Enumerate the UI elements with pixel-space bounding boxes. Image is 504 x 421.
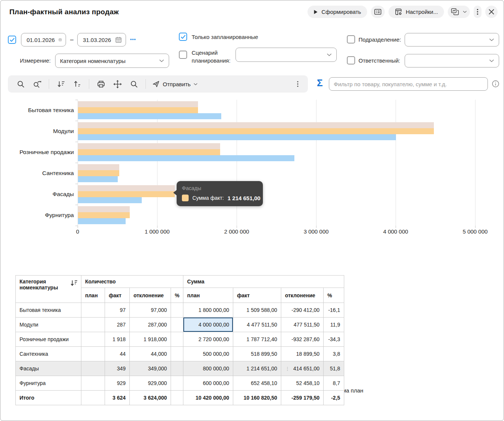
column-group-sum[interactable]: Сумма xyxy=(183,276,344,288)
subheader-sum-plan[interactable]: план xyxy=(183,288,233,303)
send-button[interactable]: Отправить xyxy=(149,77,201,91)
value-cell[interactable]: 51,8 xyxy=(324,361,344,376)
table-row[interactable]: Сантехника4444,000500 000,00518 899,5018… xyxy=(16,347,344,361)
category-cell[interactable]: Итого xyxy=(16,391,81,405)
table-row[interactable]: Итого3 6243 624,00010 420 000,0010 160 8… xyxy=(16,391,344,405)
value-cell[interactable]: 800 000,00 xyxy=(183,361,233,376)
chart-bar-fact[interactable] xyxy=(78,128,434,134)
value-cell[interactable]: -34,3 xyxy=(324,332,344,347)
only-planned-checkbox[interactable] xyxy=(179,33,187,41)
chart-bar-fact[interactable] xyxy=(78,149,220,155)
department-select[interactable] xyxy=(405,33,499,46)
category-cell[interactable]: Фурнитура xyxy=(16,376,81,391)
value-cell[interactable] xyxy=(81,318,105,332)
chart-bar-forecast[interactable] xyxy=(78,185,175,191)
value-cell[interactable]: 1 509 588,00 xyxy=(233,303,281,318)
report-variants-button[interactable] xyxy=(371,6,385,18)
value-cell[interactable]: 287 xyxy=(105,318,130,332)
subheader-qty-plan[interactable]: план xyxy=(81,288,105,303)
category-cell[interactable]: Сантехника xyxy=(16,347,81,361)
value-cell[interactable] xyxy=(171,391,183,405)
table-row[interactable]: Фасады349349,000800 000,001 214 651,00⋮4… xyxy=(16,361,344,376)
value-cell[interactable]: 3 624 xyxy=(105,391,130,405)
value-cell[interactable]: 1 918,000 xyxy=(130,332,171,347)
responsible-select[interactable] xyxy=(405,54,499,67)
selected-cell[interactable]: 4 000 000,00 xyxy=(183,318,233,332)
category-cell[interactable]: Фасады xyxy=(16,361,81,376)
chart-bar-forecast[interactable] xyxy=(78,101,198,107)
value-cell[interactable]: -16,1 xyxy=(324,303,344,318)
value-cell[interactable]: 3 624,000 xyxy=(130,391,171,405)
chart-bar-forecast[interactable] xyxy=(78,164,119,170)
table-row[interactable]: Розничные продажи1 9181 918,0002 720 000… xyxy=(16,332,344,347)
subheader-qty-fact[interactable]: факт xyxy=(105,288,130,303)
chart-bar-plan[interactable] xyxy=(78,176,118,182)
related-reports-button[interactable] xyxy=(448,6,470,18)
calendar-icon[interactable] xyxy=(58,36,62,43)
table-row[interactable]: Бытовая техника9797,0001 800 000,001 509… xyxy=(16,303,344,318)
sort-desc-button[interactable] xyxy=(52,77,69,91)
chart-bar-fact[interactable] xyxy=(78,212,130,218)
value-cell[interactable]: 500 000,00 xyxy=(183,347,233,361)
value-cell[interactable]: 2 720 000,00 xyxy=(183,332,233,347)
category-cell[interactable]: Бытовая техника xyxy=(16,303,81,318)
period-presets-button[interactable]: ••• xyxy=(129,36,137,43)
value-cell[interactable] xyxy=(81,376,105,391)
value-cell[interactable]: 1 787 712,40 xyxy=(233,332,281,347)
value-cell[interactable]: 929 xyxy=(105,376,130,391)
close-button[interactable] xyxy=(485,6,498,18)
value-cell[interactable]: 11,9 xyxy=(324,318,344,332)
period-to-field[interactable]: 31.03.2026 xyxy=(77,33,126,46)
value-cell[interactable]: 1 918 xyxy=(105,332,130,347)
value-cell[interactable]: 52 458,10 xyxy=(281,376,324,391)
toolbar-more-button[interactable] xyxy=(292,77,303,91)
chart-bar-forecast[interactable] xyxy=(78,206,130,212)
value-cell[interactable]: 97 xyxy=(105,303,130,318)
period-checkbox[interactable] xyxy=(8,36,16,44)
value-cell[interactable]: 600 000,00 xyxy=(183,376,233,391)
chart-bar-forecast[interactable] xyxy=(78,143,220,149)
subheader-sum-deviation[interactable]: отклонение xyxy=(281,288,324,303)
value-cell[interactable]: 97,000 xyxy=(130,303,171,318)
sort-descending-icon[interactable] xyxy=(70,279,78,286)
chart-bar-fact[interactable] xyxy=(78,191,175,197)
value-cell[interactable]: 1 214 651,00 xyxy=(233,361,281,376)
chart-bar-plan[interactable] xyxy=(78,197,142,203)
find-next-button[interactable] xyxy=(29,77,45,91)
value-cell[interactable]: 477 511,50 xyxy=(281,318,324,332)
value-cell[interactable] xyxy=(171,332,183,347)
move-button[interactable] xyxy=(109,77,126,91)
period-from-field[interactable]: 01.01.2026 xyxy=(21,33,66,46)
value-cell[interactable]: -2,5 xyxy=(324,391,344,405)
value-cell[interactable]: 3,8 xyxy=(324,347,344,361)
value-cell[interactable] xyxy=(81,361,105,376)
zoom-button[interactable] xyxy=(126,77,142,91)
category-cell[interactable]: Розничные продажи xyxy=(16,332,81,347)
chart-bar-fact[interactable] xyxy=(78,170,119,176)
chart-bar-plan[interactable] xyxy=(78,218,126,224)
responsible-checkbox[interactable] xyxy=(347,56,355,64)
value-cell[interactable]: 18 899,50 xyxy=(281,347,324,361)
value-cell[interactable]: 929,000 xyxy=(130,376,171,391)
table-row[interactable]: Модули287287,0004 000 000,004 477 511,50… xyxy=(16,318,344,332)
value-cell[interactable] xyxy=(171,347,183,361)
more-button[interactable] xyxy=(474,6,482,18)
dimension-select[interactable]: Категория номенклатуры xyxy=(55,54,169,68)
scenario-select[interactable] xyxy=(236,48,337,62)
value-cell[interactable]: 349,000 xyxy=(130,361,171,376)
chart-bar-plan[interactable] xyxy=(78,155,294,161)
subheader-sum-fact[interactable]: факт xyxy=(233,288,281,303)
chart-bar-forecast[interactable] xyxy=(78,122,434,128)
value-cell[interactable]: -290 412,00 xyxy=(281,303,324,318)
calendar-icon[interactable] xyxy=(115,36,122,43)
value-cell[interactable]: 44,000 xyxy=(130,347,171,361)
value-cell[interactable] xyxy=(171,303,183,318)
value-cell[interactable] xyxy=(171,318,183,332)
value-cell[interactable]: 10 160 820,50 xyxy=(233,391,281,405)
department-checkbox[interactable] xyxy=(347,35,355,43)
subheader-qty-percent[interactable]: % xyxy=(171,288,183,303)
value-cell[interactable]: 4 477 511,50 xyxy=(233,318,281,332)
scenario-checkbox[interactable] xyxy=(179,51,187,59)
value-cell[interactable] xyxy=(81,347,105,361)
print-button[interactable] xyxy=(93,77,109,91)
